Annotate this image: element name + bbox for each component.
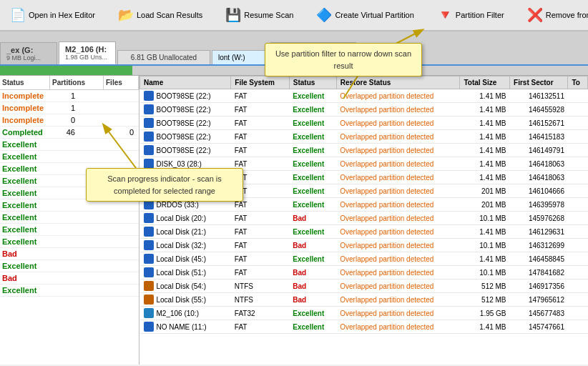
table-row[interactable]: M2_106 (10:) FAT32 Excellent Overlapped …: [140, 307, 588, 320]
table-row[interactable]: Local Disk (51:) FAT Bad Overlapped part…: [140, 266, 588, 280]
col-status-header: Status: [0, 76, 50, 89]
left-status: Bad: [2, 274, 52, 282]
left-row[interactable]: Excellent: [0, 139, 139, 151]
tab-m2-drive[interactable]: M2_106 (H: 1.98 GB Uns...: [59, 41, 116, 64]
table-row[interactable]: Local Disk (21:) FAT Excellent Overlappe…: [140, 225, 588, 239]
left-status: Bad: [2, 249, 52, 258]
to-col: [568, 117, 588, 130]
left-status: Excellent: [2, 140, 52, 149]
table-row[interactable]: Local Disk (55:) NTFS Bad Overlapped par…: [140, 293, 588, 307]
first-sector: 145976268: [510, 212, 568, 225]
partition-filter-button[interactable]: 🔻 Partition Filter: [431, 4, 510, 26]
col-filesystem-header: File System: [231, 76, 289, 89]
left-status: Excellent: [2, 286, 52, 295]
left-partitions: 0: [52, 116, 81, 124]
restore-status: Overlapped partition detected: [336, 198, 460, 212]
table-row[interactable]: NO NAME (11:) FAT Excellent Overlapped p…: [140, 320, 588, 334]
status: Excellent: [289, 157, 336, 171]
partitions-table: Name File System Status Restore Status T…: [139, 76, 588, 334]
restore-status: Overlapped partition detected: [336, 293, 460, 307]
table-row[interactable]: Local Disk (54:) NTFS Bad Overlapped par…: [140, 280, 588, 293]
partition-name: NO NAME (11:): [140, 320, 231, 334]
table-row[interactable]: BOOT98SE (22:) FAT Excellent Overlapped …: [140, 144, 588, 157]
table-row[interactable]: BOOT98SE (22:) FAT Excellent Overlapped …: [140, 117, 588, 130]
table-row[interactable]: BOOT98SE (22:) FAT Excellent Overlapped …: [140, 89, 588, 103]
disk-icon: [144, 254, 154, 264]
status: Excellent: [289, 320, 336, 334]
remove-from-scan-button[interactable]: ❌ Remove from Scan Result: [521, 4, 588, 26]
left-row[interactable]: Incomplete 0: [0, 114, 139, 127]
status: Excellent: [289, 171, 336, 184]
left-row[interactable]: Excellent: [0, 212, 139, 224]
load-scan-results-button[interactable]: 📂 Load Scan Results: [112, 4, 208, 26]
left-row[interactable]: Excellent: [0, 260, 139, 272]
resume-scan-button[interactable]: 💾 Resume Scan: [220, 4, 299, 26]
disk-icon: [144, 240, 154, 250]
disk-icon: [144, 281, 154, 291]
total-size: 1.41 MB: [460, 89, 510, 103]
disk-icon: [144, 295, 154, 305]
total-size: 1.41 MB: [460, 157, 510, 171]
left-row[interactable]: Incomplete 1: [0, 102, 139, 114]
table-row[interactable]: Local Disk (32:) FAT Bad Overlapped part…: [140, 239, 588, 252]
total-size: 512 MB: [460, 280, 510, 293]
to-col: [568, 252, 588, 266]
total-size: 1.41 MB: [460, 117, 510, 130]
filesystem: FAT32: [231, 307, 289, 320]
left-status: Excellent: [2, 189, 52, 197]
left-partitions: 1: [52, 104, 81, 112]
right-panel[interactable]: Name File System Status Restore Status T…: [139, 76, 588, 365]
status: Bad: [289, 280, 336, 293]
total-size: 10.1 MB: [460, 266, 510, 280]
left-row[interactable]: Excellent: [0, 285, 139, 297]
left-status: Excellent: [2, 213, 52, 222]
to-col: [568, 293, 588, 307]
restore-status: Overlapped partition detected: [336, 171, 460, 184]
left-status: Incomplete: [2, 104, 52, 112]
total-size: 1.95 GB: [460, 307, 510, 320]
partition-name: Local Disk (32:): [140, 239, 231, 252]
table-row[interactable]: BOOT98SE (22:) FAT Excellent Overlapped …: [140, 103, 588, 117]
left-panel: Status Partitions Files Incomplete 1 Inc…: [0, 76, 139, 365]
col-status-header: Status: [289, 76, 336, 89]
total-size: 10.1 MB: [460, 239, 510, 252]
tab-g-drive[interactable]: _ex (G: 9 MB Logi...: [0, 42, 57, 64]
left-row[interactable]: Bad: [0, 248, 139, 260]
partition-filter-icon: 🔻: [437, 7, 453, 23]
total-size: 1.41 MB: [460, 252, 510, 266]
partition-name: BOOT98SE (22:): [140, 130, 231, 144]
restore-status: Overlapped partition detected: [336, 266, 460, 280]
left-row[interactable]: Excellent: [0, 151, 139, 163]
to-col: [568, 184, 588, 198]
table-row[interactable]: Local Disk (45:) FAT Excellent Overlappe…: [140, 252, 588, 266]
left-row[interactable]: Bad: [0, 272, 139, 285]
partition-name: Local Disk (51:): [140, 266, 231, 280]
first-sector: 146415183: [510, 130, 568, 144]
left-row[interactable]: Incomplete 1: [0, 90, 139, 102]
to-col: [568, 225, 588, 239]
create-virtual-partition-button[interactable]: 🔷 Create Virtual Partition: [310, 4, 419, 26]
left-status: Excellent: [2, 237, 52, 246]
restore-status: Overlapped partition detected: [336, 130, 460, 144]
first-sector: 145747661: [510, 320, 568, 334]
total-size: 201 MB: [460, 198, 510, 212]
first-sector: 146312699: [510, 239, 568, 252]
table-body: BOOT98SE (22:) FAT Excellent Overlapped …: [140, 89, 588, 334]
table-row[interactable]: Local Disk (20:) FAT Bad Overlapped part…: [140, 212, 588, 225]
to-col: [568, 103, 588, 117]
restore-status: Overlapped partition detected: [336, 252, 460, 266]
left-status: Incomplete: [2, 92, 52, 100]
filesystem: FAT: [231, 212, 289, 225]
restore-status: Overlapped partition detected: [336, 225, 460, 239]
tab-lont-drive[interactable]: lont (W:): [212, 50, 269, 64]
left-row[interactable]: Completed 46 0: [0, 127, 139, 139]
table-row[interactable]: BOOT98SE (22:) FAT Excellent Overlapped …: [140, 130, 588, 144]
tab-unallocated[interactable]: 6.81 GB Unallocated: [117, 50, 210, 64]
main-content: Status Partitions Files Incomplete 1 Inc…: [0, 76, 588, 365]
left-row[interactable]: Excellent: [0, 236, 139, 248]
disk-icon: [144, 118, 154, 128]
open-hex-editor-button[interactable]: 📄 Open in Hex Editor: [4, 4, 101, 26]
status: Excellent: [289, 144, 336, 157]
total-size: 1.41 MB: [460, 130, 510, 144]
left-row[interactable]: Excellent: [0, 224, 139, 236]
